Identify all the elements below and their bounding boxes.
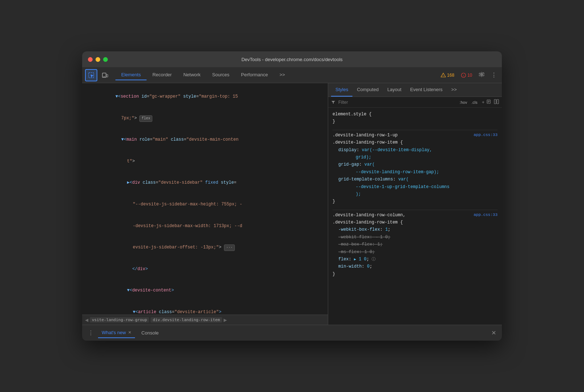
element-line[interactable]: ▼<article class="devsite-article"> xyxy=(82,302,328,315)
tab-elements[interactable]: Elements xyxy=(115,70,147,80)
computed-sidebar-button[interactable] xyxy=(494,99,499,105)
style-props-1: display: var(--devsite-item-display, gri… xyxy=(333,146,498,198)
style-prop-display: display: var(--devsite-item-display, xyxy=(338,146,498,154)
styles-filter-input[interactable] xyxy=(338,100,455,105)
error-badge[interactable]: ! 10 xyxy=(459,72,474,78)
element-line[interactable]: ▶<div class="devsite-sidebar" fixed styl… xyxy=(82,172,328,194)
tab-styles[interactable]: Styles xyxy=(331,83,352,97)
more-options-button[interactable]: ⋮ xyxy=(489,70,499,80)
style-close-1: } xyxy=(333,198,498,205)
settings-button[interactable] xyxy=(477,70,487,80)
breadcrumb-item-2[interactable]: div.devsite-landing-row-item xyxy=(151,317,222,323)
tab-performance[interactable]: Performance xyxy=(235,70,274,80)
style-prop-grid-template-cont: --devsite-1-up-grid-template-columns xyxy=(338,183,498,191)
tab-sources[interactable]: Sources xyxy=(206,70,235,80)
hov-button[interactable]: :hov xyxy=(458,99,469,105)
style-selector: element.style { xyxy=(333,111,498,118)
element-line[interactable]: "--devsite-js-sidebar-max-height: 755px;… xyxy=(82,194,328,216)
close-drawer-button[interactable]: ✕ xyxy=(490,328,498,338)
maximize-button[interactable] xyxy=(103,57,108,62)
right-tabs: Styles Computed Layout Event Listeners >… xyxy=(328,83,502,97)
style-prop-grid-gap: grid-gap: var( xyxy=(338,161,498,168)
drawer-menu-button[interactable]: ⋮ xyxy=(86,328,95,338)
elements-tree[interactable]: ▼<section id="gc-wrapper" style="margin-… xyxy=(82,83,328,315)
style-source-2[interactable]: app.css:33 .devsite-landing-row-column, … xyxy=(333,212,498,226)
element-line[interactable]: t"> xyxy=(82,151,328,172)
breadcrumb-bar: ◀ vsite-landing-row-group div.devsite-la… xyxy=(82,315,328,325)
style-prop-grid-template: grid-template-columns: var( xyxy=(338,176,498,183)
main-content: ▼<section id="gc-wrapper" style="margin-… xyxy=(82,83,502,325)
svg-rect-11 xyxy=(494,99,496,104)
cls-button[interactable]: .cls xyxy=(470,99,479,105)
title-bar: DevTools - developer.chrome.com/docs/dev… xyxy=(82,51,502,67)
style-props-2: -webkit-box-flex: 1; -webkit-flex: → 1 0… xyxy=(333,226,498,270)
whats-new-label: What's new xyxy=(102,330,126,335)
style-prop-grid-template-end: ); xyxy=(338,191,498,198)
style-prop-min-width: min-width: 0; xyxy=(338,263,498,270)
element-line[interactable]: ▼<devsite-content> xyxy=(82,280,328,302)
drawer-tab-console[interactable]: Console xyxy=(138,328,162,338)
styles-panel: Styles Computed Layout Event Listeners >… xyxy=(328,83,502,325)
add-style-button[interactable]: + xyxy=(482,99,484,105)
svg-text:!: ! xyxy=(443,74,443,77)
traffic-lights xyxy=(88,57,108,62)
console-label: Console xyxy=(141,330,159,336)
pseudo-buttons: :hov .cls xyxy=(458,99,479,105)
element-line[interactable]: 7px;"> flex xyxy=(82,108,328,129)
bottom-drawer: ⋮ What's new ✕ Console ✕ xyxy=(82,325,502,341)
whats-new-close[interactable]: ✕ xyxy=(128,330,131,335)
style-block-column: app.css:33 .devsite-landing-row-column, … xyxy=(333,212,498,278)
style-close-2: } xyxy=(333,270,498,278)
style-prop-webkit-flex: -webkit-flex: → 1 0; xyxy=(338,234,498,241)
style-prop-webkit-box-flex: -webkit-box-flex: 1; xyxy=(338,226,498,233)
elements-panel: ▼<section id="gc-wrapper" style="margin-… xyxy=(82,83,328,325)
styles-filter-bar: :hov .cls + xyxy=(328,97,502,108)
more-tabs-button[interactable]: >> xyxy=(274,70,291,80)
close-button[interactable] xyxy=(88,57,93,62)
error-count: 10 xyxy=(467,73,472,78)
warning-badge[interactable]: ! 168 xyxy=(439,72,457,78)
element-line[interactable]: ▼<main role="main" class="devsite-main-c… xyxy=(82,129,328,151)
tab-layout[interactable]: Layout xyxy=(383,83,406,97)
style-prop-ms-flex: -ms-flex: 1 0; xyxy=(338,248,498,256)
main-tab-bar: Elements Recorder Network Sources Perfor… xyxy=(113,70,437,80)
svg-rect-12 xyxy=(497,99,499,104)
style-prop-grid-gap-cont: --devsite-landing-row-item-gap); xyxy=(338,169,498,176)
styles-action-icons: + xyxy=(482,99,499,105)
tab-network[interactable]: Network xyxy=(178,70,207,80)
element-line[interactable]: evsite-js-sidebar-offset: -13px;"> ··· xyxy=(82,237,328,259)
style-prop-display-cont: grid); xyxy=(338,154,498,161)
tab-event-listeners[interactable]: Event Listeners xyxy=(406,83,447,97)
divider xyxy=(333,130,498,130)
main-toolbar: Elements Recorder Network Sources Perfor… xyxy=(82,67,502,83)
style-close: } xyxy=(333,118,498,125)
breadcrumb-item-1[interactable]: vsite-landing-row-group xyxy=(90,317,149,323)
breadcrumb-forward[interactable]: ▶ xyxy=(224,318,227,323)
toolbar-right: ! 168 ! 10 ⋮ xyxy=(439,70,499,80)
device-toolbar-button[interactable] xyxy=(99,69,111,81)
style-block-1up: app.css:33 .devsite-landing-row-1-up .de… xyxy=(333,132,498,205)
styles-content[interactable]: element.style { } app.css:33 .devsite-la… xyxy=(328,108,502,325)
devtools-window: DevTools - developer.chrome.com/docs/dev… xyxy=(82,51,502,341)
divider2 xyxy=(333,210,498,210)
filter-icon xyxy=(331,100,335,105)
style-prop-flex[interactable]: flex: ▶ 1 0; ⓘ xyxy=(338,256,498,263)
element-line[interactable]: </div> xyxy=(82,259,328,280)
svg-text:!: ! xyxy=(463,74,464,77)
style-source-1[interactable]: app.css:33 .devsite-landing-row-1-up .de… xyxy=(333,132,498,146)
inspect-element-button[interactable] xyxy=(85,69,97,81)
style-prop-moz-box-flex: -moz-box-flex: 1; xyxy=(338,241,498,248)
svg-rect-2 xyxy=(106,74,108,77)
toggle-stylesheet-button[interactable] xyxy=(487,99,492,105)
tab-computed[interactable]: Computed xyxy=(352,83,383,97)
tab-recorder[interactable]: Recorder xyxy=(147,70,177,80)
window-title: DevTools - developer.chrome.com/docs/dev… xyxy=(241,57,343,62)
minimize-button[interactable] xyxy=(96,57,100,62)
breadcrumb-back[interactable]: ◀ xyxy=(85,318,88,323)
warning-count: 168 xyxy=(447,73,454,78)
element-line[interactable]: ▼<section id="gc-wrapper" style="margin-… xyxy=(82,86,328,108)
more-right-tabs[interactable]: >> xyxy=(447,83,461,97)
style-block-element: element.style { } xyxy=(333,111,498,125)
element-line[interactable]: -devsite-js-sidebar-max-width: 1713px; -… xyxy=(82,215,328,237)
drawer-tab-whats-new[interactable]: What's new ✕ xyxy=(98,328,135,338)
